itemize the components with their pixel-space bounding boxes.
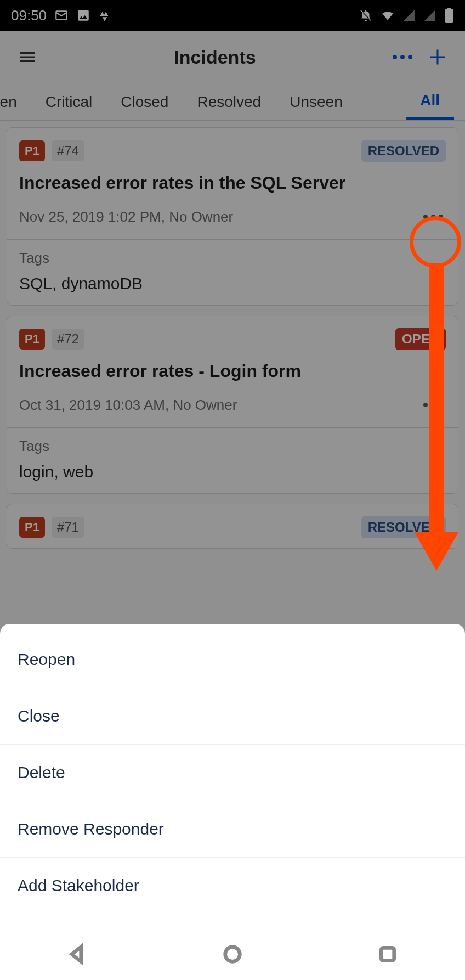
action-sheet: Reopen Close Delete Remove Responder Add… <box>0 624 465 980</box>
svg-point-0 <box>225 947 240 962</box>
system-nav-bar <box>0 931 465 980</box>
nav-recent[interactable] <box>377 943 399 967</box>
sheet-delete[interactable]: Delete <box>0 745 465 801</box>
sheet-close[interactable]: Close <box>0 688 465 745</box>
svg-rect-1 <box>381 948 394 960</box>
sheet-add-stakeholder[interactable]: Add Stakeholder <box>0 858 465 914</box>
sheet-remove-responder[interactable]: Remove Responder <box>0 801 465 858</box>
annotation-circle <box>410 216 461 268</box>
nav-home[interactable] <box>222 943 243 967</box>
annotation-arrow-shaft <box>429 263 444 538</box>
nav-back[interactable] <box>66 943 88 967</box>
sheet-reopen[interactable]: Reopen <box>0 632 465 688</box>
annotation-arrow-head <box>415 532 458 571</box>
